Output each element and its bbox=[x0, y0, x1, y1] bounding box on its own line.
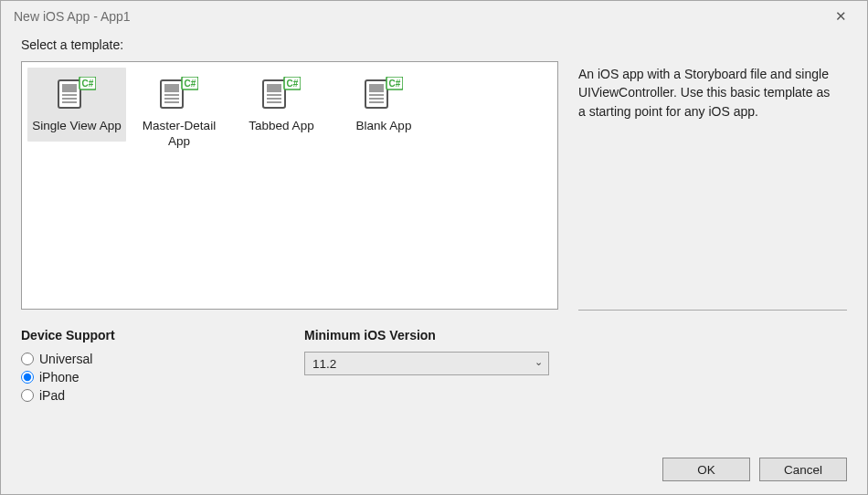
template-description-pane: An iOS app with a Storyboard file and si… bbox=[558, 61, 847, 310]
template-item[interactable]: C# Tabbed App bbox=[232, 68, 331, 142]
prompt-label: Select a template: bbox=[21, 37, 847, 52]
device-radio[interactable] bbox=[21, 353, 34, 365]
template-csharp-icon: C# bbox=[29, 73, 124, 113]
template-csharp-icon: C# bbox=[365, 77, 403, 110]
device-support-group: Device Support UniversaliPhoneiPad bbox=[21, 328, 304, 406]
separator bbox=[578, 310, 847, 311]
titlebar: New iOS App - App1 ✕ bbox=[1, 1, 867, 32]
device-option[interactable]: iPhone bbox=[21, 370, 304, 384]
template-item[interactable]: C# Single View App bbox=[27, 68, 126, 142]
min-ios-title: Minimum iOS Version bbox=[304, 328, 847, 342]
svg-rect-22 bbox=[369, 84, 384, 92]
template-item-label: Single View App bbox=[29, 119, 124, 134]
svg-rect-15 bbox=[267, 84, 281, 92]
svg-text:C#: C# bbox=[389, 79, 401, 89]
dialog-window: New iOS App - App1 ✕ Select a template: … bbox=[0, 0, 868, 495]
min-ios-dropdown[interactable]: 11.2 ⌄ bbox=[304, 352, 549, 375]
template-list: C# Single View App C# Master-Detail App … bbox=[21, 61, 558, 310]
template-item[interactable]: C# Master-Detail App bbox=[130, 68, 228, 157]
device-radio[interactable] bbox=[21, 389, 34, 402]
svg-text:C#: C# bbox=[287, 79, 299, 89]
template-csharp-icon: C# bbox=[58, 77, 96, 110]
template-description: An iOS app with a Storyboard file and si… bbox=[578, 67, 830, 119]
chevron-down-icon: ⌄ bbox=[535, 356, 543, 368]
template-csharp-icon: C# bbox=[336, 73, 431, 113]
svg-rect-8 bbox=[164, 84, 179, 92]
cancel-button[interactable]: Cancel bbox=[759, 458, 847, 481]
min-ios-group: Minimum iOS Version 11.2 ⌄ bbox=[304, 328, 847, 406]
template-csharp-icon: C# bbox=[132, 73, 227, 113]
template-csharp-icon: C# bbox=[234, 73, 329, 113]
template-row: C# Single View App C# Master-Detail App … bbox=[21, 61, 847, 310]
template-csharp-icon: C# bbox=[160, 77, 198, 110]
content-area: Select a template: C# Single View App C#… bbox=[1, 32, 867, 458]
options-row: Device Support UniversaliPhoneiPad Minim… bbox=[21, 328, 847, 406]
template-item-label: Tabbed App bbox=[234, 119, 329, 134]
device-option-label: iPad bbox=[39, 388, 65, 403]
device-support-title: Device Support bbox=[21, 328, 304, 342]
svg-rect-1 bbox=[62, 84, 77, 92]
device-option[interactable]: iPad bbox=[21, 388, 304, 403]
close-button[interactable]: ✕ bbox=[825, 8, 856, 25]
ok-button[interactable]: OK bbox=[662, 458, 750, 481]
min-ios-selected: 11.2 bbox=[312, 357, 336, 371]
svg-text:C#: C# bbox=[82, 79, 94, 89]
device-radio[interactable] bbox=[21, 371, 34, 384]
device-option-label: Universal bbox=[39, 352, 92, 366]
template-item-label: Blank App bbox=[336, 119, 431, 134]
device-option[interactable]: Universal bbox=[21, 352, 304, 366]
template-item-label: Master-Detail App bbox=[132, 119, 227, 150]
window-title: New iOS App - App1 bbox=[14, 9, 825, 24]
template-item[interactable]: C# Blank App bbox=[334, 68, 433, 142]
svg-text:C#: C# bbox=[185, 79, 196, 89]
device-option-label: iPhone bbox=[39, 370, 79, 384]
template-csharp-icon: C# bbox=[262, 77, 301, 110]
dialog-footer: OK Cancel bbox=[1, 458, 867, 494]
